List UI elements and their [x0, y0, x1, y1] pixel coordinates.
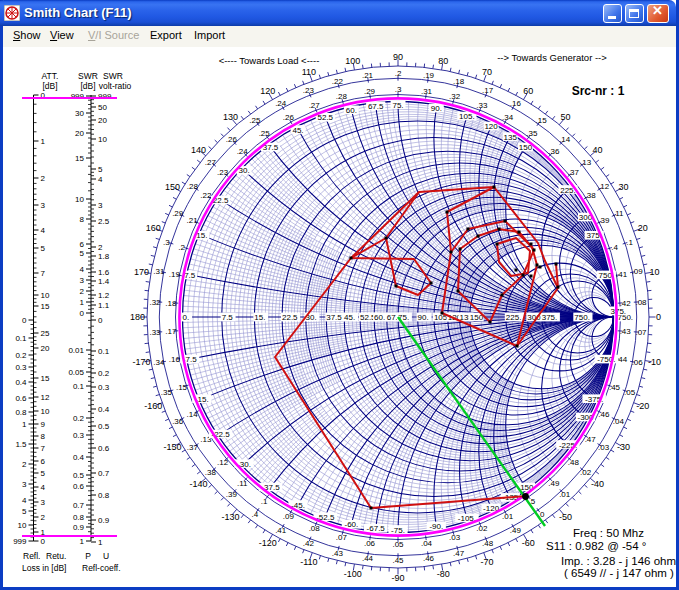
- svg-text:.09: .09: [283, 512, 295, 521]
- svg-text:SWR: SWR: [103, 71, 123, 81]
- svg-text:.37: .37: [568, 168, 580, 177]
- svg-text:-40: -40: [591, 479, 604, 489]
- svg-text:1: 1: [80, 298, 85, 307]
- svg-text:.07: .07: [336, 533, 348, 542]
- svg-text:120: 120: [260, 86, 275, 96]
- svg-text:0: 0: [656, 312, 661, 322]
- svg-text:37.5: 37.5: [326, 313, 342, 322]
- svg-text:0.01: 0.01: [68, 346, 84, 355]
- svg-text:0.3: 0.3: [98, 383, 110, 392]
- svg-text:375.: 375.: [542, 313, 558, 322]
- svg-text:0.2: 0.2: [98, 369, 110, 378]
- svg-text:.06: .06: [632, 358, 644, 367]
- svg-text:.26: .26: [283, 113, 295, 122]
- svg-text:0.5: 0.5: [73, 471, 85, 480]
- svg-text:0: 0: [22, 316, 27, 325]
- svg-text:45.: 45.: [292, 126, 303, 135]
- svg-text:4: 4: [41, 483, 46, 492]
- svg-text:.4: .4: [252, 510, 259, 519]
- svg-text:-30: -30: [617, 442, 630, 452]
- svg-text:0.2: 0.2: [15, 351, 27, 360]
- svg-text:10: 10: [98, 135, 107, 144]
- svg-text:P: P: [85, 551, 91, 561]
- svg-text:3: 3: [98, 201, 103, 210]
- svg-text:Refl-coeff.: Refl-coeff.: [82, 563, 121, 573]
- svg-text:15: 15: [41, 374, 50, 383]
- svg-text:.27: .27: [205, 158, 217, 167]
- svg-text:90.: 90.: [431, 104, 442, 113]
- svg-text:-70: -70: [481, 557, 494, 567]
- svg-text:0.9: 0.9: [73, 523, 85, 532]
- svg-text:Refl.: Refl.: [23, 551, 40, 561]
- svg-text:[dB]: [dB]: [80, 81, 95, 91]
- svg-text:.29: .29: [172, 209, 184, 218]
- svg-text:U: U: [103, 551, 109, 561]
- svg-text:6: 6: [41, 457, 46, 466]
- svg-text:.33: .33: [476, 101, 488, 110]
- svg-text:-67.5: -67.5: [367, 524, 386, 533]
- svg-text:4: 4: [80, 265, 85, 274]
- svg-text:0.7: 0.7: [73, 501, 85, 510]
- svg-text:.19: .19: [423, 71, 435, 80]
- svg-text:1: 1: [98, 538, 103, 547]
- svg-text:Imp. : 3.28 - j 146 ohm: Imp. : 3.28 - j 146 ohm: [561, 555, 676, 567]
- svg-text:-130: -130: [222, 512, 240, 522]
- svg-text:.36: .36: [548, 147, 560, 156]
- svg-text:0.3: 0.3: [73, 431, 85, 440]
- svg-text:10: 10: [75, 195, 84, 204]
- svg-text:.22: .22: [332, 77, 344, 86]
- svg-text:Freq : 50 Mhz: Freq : 50 Mhz: [573, 527, 644, 539]
- svg-text:140: 140: [191, 145, 206, 155]
- svg-text:90.: 90.: [418, 313, 429, 322]
- svg-text:999: 999: [13, 537, 27, 546]
- svg-text:.08: .08: [309, 524, 321, 533]
- svg-text:9: 9: [41, 420, 46, 429]
- svg-text:.1: .1: [626, 238, 633, 247]
- svg-text:3: 3: [80, 276, 85, 285]
- svg-text:.17: .17: [165, 327, 177, 336]
- svg-text:0.4: 0.4: [73, 453, 85, 462]
- svg-text:750.: 750.: [574, 313, 590, 322]
- svg-text:120: 120: [484, 122, 498, 131]
- svg-text:.38: .38: [205, 468, 217, 477]
- svg-text:1: 1: [80, 537, 85, 546]
- svg-text:-75.: -75.: [391, 526, 405, 535]
- svg-text:1.8: 1.8: [98, 252, 110, 261]
- svg-text:.01: .01: [502, 512, 514, 521]
- svg-text:Src-nr : 1: Src-nr : 1: [572, 84, 625, 98]
- svg-text:0.6: 0.6: [98, 444, 110, 453]
- svg-text:.16: .16: [169, 355, 181, 364]
- svg-text:.05: .05: [392, 540, 404, 549]
- svg-text:.26: .26: [226, 135, 238, 144]
- svg-text:.35: .35: [161, 388, 173, 397]
- svg-text:.3: .3: [395, 85, 402, 94]
- svg-text:-120: -120: [259, 538, 277, 548]
- svg-text:.42: .42: [303, 539, 315, 548]
- svg-text:4: 4: [22, 496, 27, 505]
- svg-text:15.: 15.: [196, 231, 207, 240]
- svg-text:1.1: 1.1: [98, 301, 110, 310]
- svg-text:2: 2: [41, 513, 46, 522]
- svg-text:-80: -80: [437, 569, 450, 579]
- svg-text:0.1: 0.1: [98, 347, 110, 356]
- svg-text:5: 5: [22, 507, 27, 516]
- svg-text:.09: .09: [632, 267, 644, 276]
- svg-text:.32: .32: [149, 298, 161, 307]
- svg-text:.38: .38: [585, 191, 597, 200]
- svg-text:7: 7: [41, 269, 46, 278]
- svg-text:<---- Towards Load <----: <---- Towards Load <----: [219, 55, 320, 66]
- svg-text:1.6: 1.6: [98, 268, 110, 277]
- svg-text:.02: .02: [580, 468, 592, 477]
- svg-text:.47: .47: [585, 435, 597, 444]
- svg-text:30: 30: [75, 109, 84, 118]
- svg-text:.28: .28: [336, 92, 348, 101]
- svg-text:.21: .21: [187, 216, 199, 225]
- svg-text:20: 20: [638, 223, 648, 233]
- svg-text:10: 10: [649, 267, 659, 277]
- svg-text:.48: .48: [568, 458, 580, 467]
- svg-text:-60.: -60.: [345, 520, 359, 529]
- svg-text:.33: .33: [149, 328, 161, 337]
- svg-text:S11 : 0.982 @ -54 °: S11 : 0.982 @ -54 °: [546, 540, 646, 552]
- svg-text:-170: -170: [132, 357, 150, 367]
- svg-text:1.4: 1.4: [98, 277, 110, 286]
